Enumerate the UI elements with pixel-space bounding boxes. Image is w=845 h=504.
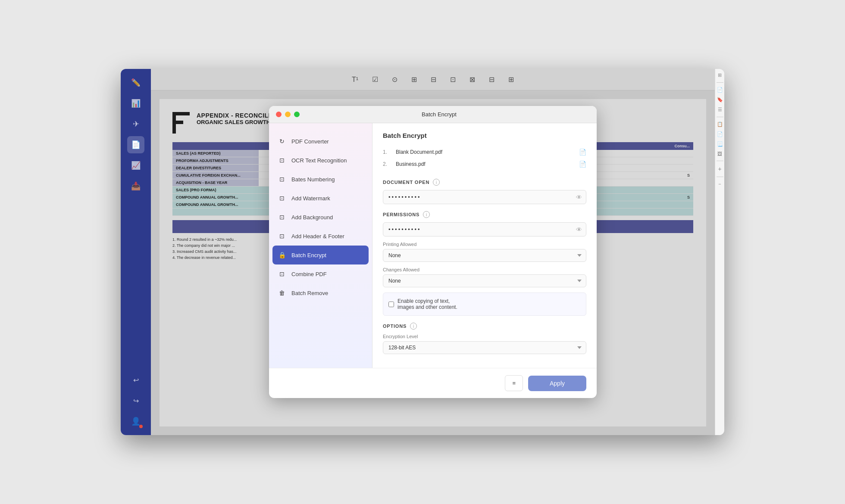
permissions-password-input[interactable] [383,222,586,236]
right-divider-4 [717,177,723,177]
sidebar-icon-inbox[interactable]: 📥 [127,177,144,195]
modal-main-title: Batch Encrypt [383,132,586,139]
sidebar-icon-send[interactable]: ✈ [127,115,144,133]
right-icon-doc2[interactable]: 📋 [717,121,723,127]
copy-content-checkbox[interactable] [388,302,394,307]
right-divider-3 [717,161,723,161]
main-content: T¹ ☑ ⊙ ⊞ ⊟ ⊡ ⊠ ⊟ ⊞ [151,69,715,435]
permissions-eye-icon[interactable]: 👁 [576,226,582,233]
right-icon-photo[interactable]: 🖼 [717,151,722,156]
modal-body: ↻ PDF Converter ⊡ OCR Text Recognition ⊡… [269,123,597,368]
sidebar-icon-profile[interactable]: 👤 [127,413,144,430]
menu-item-pdf-converter[interactable]: ↻ PDF Converter [269,132,372,151]
permissions-info-icon[interactable]: i [423,211,430,218]
combine-pdf-icon: ⊡ [278,270,286,278]
menu-icon: ≡ [512,380,516,386]
file1-icon: 📄 [579,149,586,156]
menu-item-bates[interactable]: ⊡ Bates Numbering [269,170,372,189]
sidebar-icon-analytics[interactable]: 📊 [127,95,144,112]
menu-button[interactable]: ≡ [505,375,523,391]
menu-item-ocr[interactable]: ⊡ OCR Text Recognition [269,151,372,170]
pdf-converter-icon: ↻ [278,137,286,146]
file-item-1: 1. Blank Document.pdf 📄 [383,146,586,158]
doc-open-password-field: 👁 [383,190,586,204]
sidebar-icon-document[interactable]: 📄 [127,136,144,153]
printing-label: Printing Allowed [383,242,586,247]
right-icon-plus[interactable]: + [718,165,721,172]
encryption-level-select[interactable]: 40-bit RC4 128-bit RC4 128-bit AES 256-b… [383,341,586,354]
sidebar-icon-chart[interactable]: 📈 [127,157,144,174]
right-icon-minus[interactable]: − [718,181,721,187]
printing-allowed-select[interactable]: None Low Resolution High Resolution [383,249,586,262]
menu-item-combine-pdf[interactable]: ⊡ Combine PDF [269,264,372,283]
modal-footer: ≡ Apply [269,368,597,398]
doc-open-password-input[interactable] [383,190,586,204]
modal-dialog: Batch Encrypt ↻ PDF Converter ⊡ OCR Text… [269,106,597,398]
sidebar-icon-undo[interactable]: ↩ [127,371,144,389]
doc-open-info-icon[interactable]: i [433,179,440,186]
permissions-section-header: PERMISSIONS i [383,211,586,218]
modal-main-panel: Batch Encrypt 1. Blank Document.pdf 📄 2.… [372,123,597,368]
sidebar-icon-redo[interactable]: ↪ [127,392,144,409]
changes-label: Changes Allowed [383,267,586,272]
ocr-icon: ⊡ [278,156,286,165]
menu-item-background[interactable]: ⊡ Add Background [269,208,372,227]
copy-content-text: Enable copying of text,images and other … [397,298,457,310]
app-right-sidebar: ⊞ 📄 🔖 ☰ 📋 📄 📃 🖼 + − [715,69,724,435]
menu-item-watermark[interactable]: ⊡ Add Watermark [269,189,372,208]
permissions-password-field: 👁 [383,222,586,236]
menu-item-batch-encrypt[interactable]: 🔒 Batch Encrypt [272,246,369,264]
encryption-label: Encryption Level [383,334,586,339]
menu-item-header-footer[interactable]: ⊡ Add Header & Footer [269,227,372,246]
doc-open-eye-icon[interactable]: 👁 [576,194,582,201]
file2-icon: 📄 [579,161,586,168]
batch-remove-icon: 🗑 [278,289,286,297]
changes-allowed-select[interactable]: None Insert/Delete/Rotate Pages Fill in … [383,274,586,287]
apply-button[interactable]: Apply [528,376,586,391]
right-divider-1 [717,82,723,83]
options-section-header: OPTIONS i [383,323,586,330]
right-icon-bookmark[interactable]: 🔖 [717,97,723,103]
maximize-button[interactable] [294,112,300,117]
batch-encrypt-icon: 🔒 [278,251,286,259]
modal-titlebar: Batch Encrypt [269,106,597,123]
minimize-button[interactable] [285,112,291,117]
options-title: OPTIONS [383,324,407,329]
right-icon-doc1[interactable]: 📄 [717,87,723,93]
close-button[interactable] [276,112,282,117]
modal-overlay: Batch Encrypt ↻ PDF Converter ⊡ OCR Text… [151,69,715,435]
right-icon-doc4[interactable]: 📃 [717,141,723,147]
menu-item-batch-remove[interactable]: 🗑 Batch Remove [269,283,372,302]
modal-sidebar: ↻ PDF Converter ⊡ OCR Text Recognition ⊡… [269,123,372,368]
doc-open-section-header: DOCUMENT OPEN i [383,179,586,186]
right-icon-grid[interactable]: ⊞ [718,72,722,78]
file-list: 1. Blank Document.pdf 📄 2. Business.pdf … [383,146,586,170]
copy-content-row: Enable copying of text,images and other … [383,292,586,316]
right-icon-doc3[interactable]: 📄 [717,131,723,137]
modal-title: Batch Encrypt [303,111,575,118]
left-sidebar: ✏️ 📊 ✈ 📄 📈 📥 ↩ ↪ 👤 [121,69,151,435]
sidebar-icon-edit[interactable]: ✏️ [127,74,144,91]
options-info-icon[interactable]: i [410,323,417,330]
file-item-2: 2. Business.pdf 📄 [383,158,586,170]
bates-icon: ⊡ [278,175,286,184]
header-footer-icon: ⊡ [278,232,286,240]
right-divider-2 [717,117,723,117]
permissions-title: PERMISSIONS [383,212,419,217]
doc-open-title: DOCUMENT OPEN [383,180,429,185]
watermark-icon: ⊡ [278,194,286,202]
background-icon: ⊡ [278,213,286,221]
right-icon-lines[interactable]: ☰ [718,107,722,112]
